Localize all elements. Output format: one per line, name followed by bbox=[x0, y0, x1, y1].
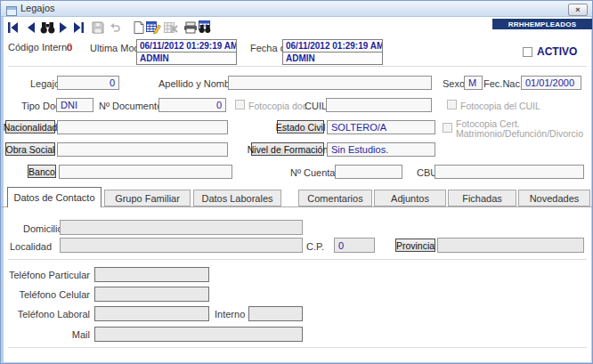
cbu-field[interactable] bbox=[435, 165, 584, 179]
provincia-button[interactable]: Provincia bbox=[395, 239, 435, 252]
separator bbox=[8, 347, 587, 348]
fecnac-label: Fec.Nac. bbox=[483, 78, 523, 89]
undo-icon bbox=[109, 22, 121, 33]
fotocopia-cert-checkbox bbox=[443, 123, 452, 133]
telefono-particular-label: Teléfono Particular bbox=[8, 270, 90, 280]
interno-label: Interno bbox=[215, 309, 245, 320]
apellido-nombre-label: Apellido y Nombre bbox=[158, 78, 239, 89]
interno-field[interactable] bbox=[248, 306, 303, 321]
fecha-alta-fecha: 06/11/2012 01:29:19 AM bbox=[283, 40, 382, 52]
mail-field[interactable] bbox=[94, 327, 303, 342]
separator bbox=[8, 66, 587, 67]
tab-novedades[interactable]: Novedades bbox=[518, 190, 590, 206]
tab-adjuntos[interactable]: Adjuntos bbox=[374, 190, 446, 206]
close-button[interactable]: × bbox=[568, 4, 588, 16]
nro-cuenta-field[interactable] bbox=[335, 165, 402, 179]
next-record-icon bbox=[57, 21, 69, 34]
ultima-modificacion-fecha: 06/11/2012 01:29:19 AM bbox=[137, 40, 236, 52]
cp-label: C.P. bbox=[306, 241, 324, 252]
estado-civil-field[interactable]: SOLTERO/A bbox=[327, 120, 435, 134]
last-record-button[interactable] bbox=[70, 20, 86, 35]
search-table-icon bbox=[198, 20, 213, 34]
tab-datos-de-contacto[interactable]: Datos de Contacto bbox=[7, 187, 102, 207]
banco-button[interactable]: Banco bbox=[28, 165, 56, 178]
telefono-laboral-field[interactable] bbox=[94, 306, 209, 321]
search-table-button[interactable] bbox=[197, 20, 213, 35]
codigo-interno-label: Código Interno bbox=[8, 42, 72, 53]
tab-fichadas[interactable]: Fichadas bbox=[448, 190, 516, 206]
fecnac-field[interactable]: 01/01/2000 bbox=[521, 76, 581, 90]
fotocopia-cuil-checkbox bbox=[447, 100, 457, 109]
legajos-window: Legajos × RRHHEMPLEADOS Código Interno 0… bbox=[0, 0, 593, 364]
nacionalidad-field[interactable] bbox=[57, 120, 228, 134]
first-record-icon bbox=[7, 21, 20, 34]
telefono-particular-field[interactable] bbox=[94, 267, 209, 282]
localidad-field[interactable] bbox=[60, 238, 303, 253]
window-title: Legajos bbox=[20, 3, 55, 13]
title-bar[interactable]: Legajos × bbox=[1, 1, 593, 17]
delete-record-button bbox=[163, 20, 179, 35]
close-icon: × bbox=[575, 6, 580, 14]
separator bbox=[8, 259, 587, 260]
obra-social-field[interactable] bbox=[57, 142, 228, 157]
estado-civil-button[interactable]: Estado Civil bbox=[277, 120, 324, 133]
nro-documento-field[interactable]: 0 bbox=[158, 98, 226, 112]
sexo-label: Sexo bbox=[443, 78, 465, 89]
nro-cuenta-label: Nº Cuenta bbox=[290, 167, 336, 178]
undo-button bbox=[107, 20, 123, 35]
activo-label: ACTIVO bbox=[537, 45, 577, 58]
domicilio-label: Domicilio bbox=[23, 223, 63, 234]
fotocopia-doc-label: Fotocopia doc. bbox=[248, 101, 310, 111]
cp-field[interactable]: 0 bbox=[334, 238, 375, 253]
previous-record-button[interactable] bbox=[23, 20, 39, 35]
fotocopia-doc-checkbox bbox=[235, 100, 245, 109]
tab-datos-laborales[interactable]: Datos Laborales bbox=[193, 190, 281, 206]
mail-label: Mail bbox=[8, 329, 90, 340]
find-button[interactable] bbox=[39, 20, 55, 35]
edit-record-button[interactable] bbox=[145, 20, 161, 35]
previous-record-icon bbox=[25, 21, 37, 34]
table-name-badge: RRHHEMPLEADOS bbox=[492, 19, 592, 29]
cuil-label: CUIL bbox=[305, 101, 327, 111]
fecha-alta-usuario: ADMIN bbox=[283, 52, 382, 64]
ultima-modificacion-box: 06/11/2012 01:29:19 AM ADMIN bbox=[136, 39, 237, 65]
last-record-icon bbox=[72, 21, 85, 34]
tipo-doc-field[interactable]: DNI bbox=[56, 98, 93, 112]
telefono-laboral-label: Teléfono Laboral bbox=[8, 309, 90, 320]
apellido-nombre-field[interactable] bbox=[228, 76, 432, 90]
save-button bbox=[90, 20, 106, 35]
codigo-interno-value: 0 bbox=[67, 42, 72, 53]
first-record-button[interactable] bbox=[5, 20, 21, 35]
banco-field[interactable] bbox=[59, 165, 232, 179]
window-icon bbox=[6, 4, 17, 20]
telefono-celular-field[interactable] bbox=[94, 287, 209, 302]
obra-social-button[interactable]: Obra Social bbox=[5, 142, 55, 156]
nro-documento-label: Nº Documento bbox=[99, 101, 162, 111]
domicilio-field[interactable] bbox=[60, 220, 303, 235]
tab-grupo-familiar[interactable]: Grupo Familiar bbox=[104, 190, 191, 206]
nivel-formacion-field[interactable]: Sin Estudios. bbox=[327, 142, 435, 157]
tab-comentarios[interactable]: Comentarios bbox=[298, 190, 372, 206]
localidad-label: Localidad bbox=[10, 241, 52, 252]
ultima-modificacion-usuario: ADMIN bbox=[137, 52, 236, 64]
new-document-icon bbox=[134, 21, 144, 34]
save-icon bbox=[92, 21, 104, 34]
legajo-field[interactable]: 0 bbox=[57, 76, 119, 90]
fecha-alta-box: 06/11/2012 01:29:19 AM ADMIN bbox=[282, 39, 383, 65]
fotocopia-cuil-label: Fotocopia del CUIL bbox=[460, 101, 540, 111]
legajo-label: Legajo bbox=[30, 78, 60, 89]
printer-icon bbox=[183, 21, 198, 34]
provincia-field[interactable] bbox=[437, 238, 584, 253]
nacionalidad-button[interactable]: Nacionalidad bbox=[5, 120, 55, 133]
cuil-field[interactable] bbox=[326, 98, 432, 112]
nivel-formacion-button[interactable]: Nivel de Formación bbox=[251, 142, 324, 156]
delete-table-icon bbox=[164, 21, 178, 34]
fotocopia-cert-label: Fotocopia Cert. Matrimonio/Defunción/Div… bbox=[456, 119, 583, 139]
edit-table-icon bbox=[146, 20, 161, 34]
activo-checkbox[interactable] bbox=[523, 47, 532, 57]
next-record-button[interactable] bbox=[55, 20, 71, 35]
binoculars-icon bbox=[40, 21, 55, 34]
sexo-field[interactable]: M bbox=[464, 76, 483, 90]
telefono-celular-label: Teléfono Celular bbox=[8, 289, 90, 300]
